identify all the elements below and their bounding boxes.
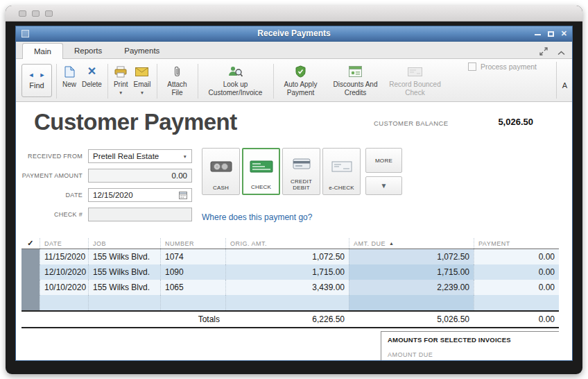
record-bounced-check-button[interactable]: Record Bounced Check	[386, 61, 444, 101]
echeck-icon	[331, 153, 352, 181]
row-orig-amt: 1,072.50	[225, 249, 349, 264]
print-dropdown-icon[interactable]: ▼	[119, 91, 123, 96]
row-payment[interactable]: 0.00	[474, 280, 559, 295]
lookup-label: Look up Customer/Invoice	[204, 81, 268, 96]
row-orig-amt: 1,715.00	[225, 264, 349, 280]
where-does-payment-go-link[interactable]: Where does this payment go?	[202, 212, 312, 222]
row-checkbox-cell[interactable]	[21, 280, 40, 295]
window-control-dot[interactable]	[45, 10, 53, 17]
process-payment-label: Process payment	[481, 62, 537, 71]
auto-apply-payment-button[interactable]: Auto Apply Payment	[277, 61, 325, 101]
row-number: 1090	[160, 264, 225, 280]
calendar-icon[interactable]	[179, 191, 187, 199]
column-header-payment[interactable]: PAYMENT	[474, 238, 559, 249]
more-payment-methods-button[interactable]: MORE	[365, 148, 402, 173]
dropdown-arrow-icon[interactable]: ▼	[183, 154, 187, 159]
row-checkbox-cell[interactable]	[21, 295, 40, 310]
column-header-date[interactable]: DATE	[40, 238, 88, 249]
payment-method-credit-debit[interactable]: CREDIT DEBIT	[282, 148, 320, 195]
print-label: Print	[114, 81, 128, 89]
check-label: CHECK	[251, 184, 271, 190]
customer-balance-label: CUSTOMER BALANCE	[374, 119, 449, 127]
date-label: DATE	[16, 192, 83, 199]
delete-icon: ✕	[87, 65, 96, 78]
email-button[interactable]: Email ▼	[130, 61, 153, 101]
attach-file-label: Attach File	[163, 81, 192, 96]
toolbar-separator	[556, 62, 557, 99]
find-button[interactable]: ◄ ► Find	[21, 64, 52, 97]
collapsed-panel-label[interactable]: A	[562, 81, 567, 90]
received-from-dropdown[interactable]: Pretell Real Estate ▼	[88, 149, 192, 163]
window-control-dot[interactable]	[19, 10, 26, 17]
invoice-row[interactable]: 12/10/2020 155 Wilks Blvd. 1090 1,715.00…	[21, 264, 559, 280]
forward-arrow-icon[interactable]: ►	[40, 72, 46, 78]
row-checkbox-cell[interactable]	[21, 264, 40, 280]
attach-file-button[interactable]: Attach File	[160, 61, 195, 101]
email-dropdown-icon[interactable]: ▼	[140, 91, 144, 96]
delete-button[interactable]: ✕ Delete	[79, 61, 105, 101]
totals-orig-amt: 6,226.50	[225, 314, 349, 324]
checkmark-column-header[interactable]: ✓	[21, 238, 40, 249]
selected-invoices-panel: AMOUNTS FOR SELECTED INVOICES AMOUNT DUE	[381, 331, 559, 361]
row-job: 155 Wilks Blvd.	[88, 264, 160, 280]
window-control-dot[interactable]	[32, 10, 40, 17]
invoice-row[interactable]: 11/15/2020 155 Wilks Blvd. 1074 1,072.50…	[21, 249, 559, 264]
payment-amount-field[interactable]: 0.00	[88, 169, 192, 183]
date-field[interactable]: 12/15/2020	[88, 188, 192, 202]
toolbar-separator	[157, 64, 157, 99]
invoice-row[interactable]: 10/10/2020 155 Wilks Blvd. 1065 3,439.00…	[21, 280, 559, 295]
delete-label: Delete	[82, 81, 102, 89]
titlebar[interactable]: Receive Payments ✕	[16, 26, 572, 42]
table-header: ✓ DATE JOB NUMBER ORIG. AMT. AMT. DUE ▲ …	[21, 238, 559, 249]
auto-apply-icon	[295, 65, 306, 78]
tab-reports[interactable]: Reports	[63, 43, 113, 58]
tab-main[interactable]: Main	[22, 43, 63, 59]
receive-payments-window: Receive Payments ✕ Main Reports Payments…	[15, 26, 573, 361]
received-from-label: RECEIVED FROM	[16, 153, 83, 160]
minimize-icon[interactable]	[535, 33, 541, 35]
back-arrow-icon[interactable]: ◄	[28, 72, 35, 78]
row-payment	[474, 295, 559, 310]
bounced-check-icon	[408, 65, 422, 78]
print-button[interactable]: Print ▼	[111, 61, 131, 101]
bounced-label: Record Bounced Check	[389, 81, 442, 96]
page-title: Customer Payment	[34, 109, 237, 135]
payment-method-echeck[interactable]: e-CHECK	[322, 148, 361, 195]
close-icon[interactable]: ✕	[561, 30, 567, 37]
discounts-and-credits-button[interactable]: Discounts And Credits	[325, 61, 386, 101]
column-header-number[interactable]: NUMBER	[160, 238, 225, 249]
row-checkbox-cell[interactable]	[21, 249, 40, 264]
maximize-icon[interactable]	[548, 31, 554, 37]
credit-debit-label: CREDIT DEBIT	[284, 178, 318, 191]
toolbar-separator	[56, 64, 57, 99]
totals-row: Totals 6,226.50 5,026.50 0.00	[21, 310, 559, 328]
toolbar-separator	[273, 64, 274, 99]
row-date	[40, 295, 88, 310]
paperclip-icon	[173, 65, 181, 78]
check-number-label: CHECK #	[16, 211, 83, 218]
payment-method-check[interactable]: CHECK	[242, 148, 280, 195]
expand-icon[interactable]	[539, 46, 548, 58]
column-header-orig-amt[interactable]: ORIG. AMT.	[225, 238, 349, 249]
payment-method-cash[interactable]: CASH	[202, 148, 240, 195]
lookup-customer-invoice-button[interactable]: Look up Customer/Invoice	[201, 61, 270, 101]
row-payment[interactable]: 0.00	[474, 249, 559, 264]
tab-payments[interactable]: Payments	[113, 43, 171, 58]
checkbox-icon[interactable]	[468, 62, 476, 71]
ribbon-toolbar: ◄ ► Find New ✕ Delete Print ▼	[16, 59, 572, 102]
process-payment-checkbox[interactable]: Process payment	[468, 62, 537, 71]
down-arrow-icon: ▼	[381, 182, 388, 190]
payment-amount-value: 0.00	[172, 171, 187, 180]
row-payment[interactable]: 0.00	[474, 264, 559, 280]
new-button[interactable]: New	[60, 61, 79, 101]
column-header-job[interactable]: JOB	[88, 238, 160, 249]
toolbar-separator	[107, 64, 108, 99]
credit-card-icon	[293, 153, 311, 175]
collapse-ribbon-icon[interactable]	[557, 46, 565, 58]
email-icon	[135, 65, 148, 78]
check-number-field[interactable]	[88, 208, 192, 221]
payment-methods-down-button[interactable]: ▼	[365, 176, 402, 195]
column-header-amt-due[interactable]: AMT. DUE ▲	[349, 238, 474, 249]
cash-label: CASH	[213, 185, 229, 191]
empty-row[interactable]	[21, 295, 559, 310]
